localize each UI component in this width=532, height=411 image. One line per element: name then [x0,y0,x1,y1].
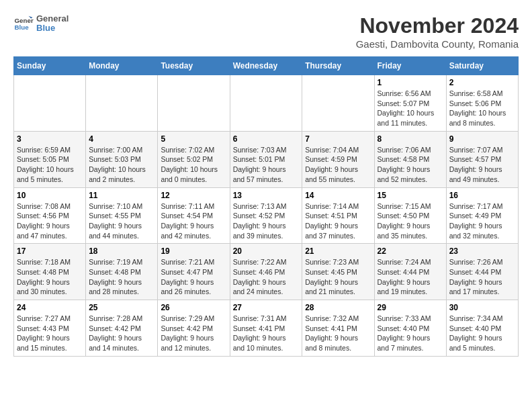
day-info: Sunrise: 7:18 AM Sunset: 4:48 PM Dayligh… [17,257,83,297]
day-number: 16 [449,191,515,200]
day-info: Sunrise: 7:29 AM Sunset: 4:42 PM Dayligh… [161,314,226,353]
day-info: Sunrise: 7:32 AM Sunset: 4:41 PM Dayligh… [305,314,371,353]
day-number: 24 [17,303,83,312]
calendar-cell: 16Sunrise: 7:17 AM Sunset: 4:49 PM Dayli… [446,187,518,244]
day-number: 29 [378,303,443,312]
day-info: Sunrise: 7:11 AM Sunset: 4:54 PM Dayligh… [161,201,226,241]
day-info: Sunrise: 7:23 AM Sunset: 4:45 PM Dayligh… [305,257,371,297]
calendar-cell: 22Sunrise: 7:24 AM Sunset: 4:44 PM Dayli… [374,244,446,300]
calendar-cell [302,75,374,132]
calendar-cell: 8Sunrise: 7:06 AM Sunset: 4:58 PM Daylig… [374,131,446,187]
logo-icon: General Blue [13,13,34,34]
logo-name2: Blue [36,24,69,33]
header-thursday: Thursday [302,57,374,75]
day-info: Sunrise: 7:19 AM Sunset: 4:48 PM Dayligh… [89,257,154,297]
day-info: Sunrise: 6:58 AM Sunset: 5:06 PM Dayligh… [449,89,515,128]
calendar-body: 1Sunrise: 6:56 AM Sunset: 5:07 PM Daylig… [14,75,519,357]
day-number: 26 [161,303,226,312]
day-info: Sunrise: 7:22 AM Sunset: 4:46 PM Dayligh… [233,257,300,297]
calendar-table: SundayMondayTuesdayWednesdayThursdayFrid… [13,56,519,357]
day-info: Sunrise: 6:56 AM Sunset: 5:07 PM Dayligh… [378,89,443,128]
calendar-cell: 7Sunrise: 7:04 AM Sunset: 4:59 PM Daylig… [302,131,374,187]
day-info: Sunrise: 7:24 AM Sunset: 4:44 PM Dayligh… [378,257,443,297]
day-info: Sunrise: 7:07 AM Sunset: 4:57 PM Dayligh… [449,145,515,185]
header-saturday: Saturday [446,57,518,75]
calendar-cell: 21Sunrise: 7:23 AM Sunset: 4:45 PM Dayli… [302,244,374,300]
day-info: Sunrise: 7:13 AM Sunset: 4:52 PM Dayligh… [233,201,300,241]
page-title: November 2024 [356,13,519,38]
calendar-cell: 17Sunrise: 7:18 AM Sunset: 4:48 PM Dayli… [14,244,86,300]
calendar-cell: 1Sunrise: 6:56 AM Sunset: 5:07 PM Daylig… [374,75,446,132]
calendar-cell: 24Sunrise: 7:27 AM Sunset: 4:43 PM Dayli… [14,300,86,357]
calendar-cell: 9Sunrise: 7:07 AM Sunset: 4:57 PM Daylig… [446,131,518,187]
day-info: Sunrise: 7:26 AM Sunset: 4:44 PM Dayligh… [449,257,515,297]
day-info: Sunrise: 7:28 AM Sunset: 4:42 PM Dayligh… [89,314,154,353]
calendar-cell [86,75,158,132]
calendar-cell: 12Sunrise: 7:11 AM Sunset: 4:54 PM Dayli… [158,187,230,244]
week-row-2: 10Sunrise: 7:08 AM Sunset: 4:56 PM Dayli… [14,187,519,244]
calendar-cell [230,75,302,132]
header-friday: Friday [374,57,446,75]
calendar-cell: 29Sunrise: 7:33 AM Sunset: 4:40 PM Dayli… [374,300,446,357]
calendar-cell: 20Sunrise: 7:22 AM Sunset: 4:46 PM Dayli… [230,244,302,300]
day-number: 19 [161,246,226,256]
day-info: Sunrise: 7:17 AM Sunset: 4:49 PM Dayligh… [449,201,515,241]
day-number: 7 [305,134,371,144]
day-number: 6 [233,134,300,144]
day-number: 27 [233,303,300,312]
calendar-header: SundayMondayTuesdayWednesdayThursdayFrid… [14,57,519,75]
day-number: 30 [449,303,515,312]
day-number: 20 [233,246,300,256]
calendar-cell: 10Sunrise: 7:08 AM Sunset: 4:56 PM Dayli… [14,187,86,244]
logo-name1: General [36,14,69,24]
header-sunday: Sunday [14,57,86,75]
day-info: Sunrise: 7:15 AM Sunset: 4:50 PM Dayligh… [378,201,443,241]
day-info: Sunrise: 7:10 AM Sunset: 4:55 PM Dayligh… [89,201,154,241]
calendar-cell: 2Sunrise: 6:58 AM Sunset: 5:06 PM Daylig… [446,75,518,132]
title-area: November 2024 Gaesti, Dambovita County, … [356,13,519,50]
logo-text: General Blue [36,14,69,34]
calendar-cell: 3Sunrise: 6:59 AM Sunset: 5:05 PM Daylig… [14,131,86,187]
day-info: Sunrise: 6:59 AM Sunset: 5:05 PM Dayligh… [17,145,83,185]
day-info: Sunrise: 7:00 AM Sunset: 5:03 PM Dayligh… [89,145,154,185]
day-info: Sunrise: 7:08 AM Sunset: 4:56 PM Dayligh… [17,201,83,241]
page-header: General Blue General Blue November 2024 … [13,13,519,50]
calendar-cell: 27Sunrise: 7:31 AM Sunset: 4:41 PM Dayli… [230,300,302,357]
calendar-cell: 25Sunrise: 7:28 AM Sunset: 4:42 PM Dayli… [86,300,158,357]
day-number: 1 [378,78,443,87]
day-number: 23 [449,246,515,256]
day-info: Sunrise: 7:27 AM Sunset: 4:43 PM Dayligh… [17,314,83,353]
calendar-cell [158,75,230,132]
calendar-cell: 6Sunrise: 7:03 AM Sunset: 5:01 PM Daylig… [230,131,302,187]
day-info: Sunrise: 7:04 AM Sunset: 4:59 PM Dayligh… [305,145,371,185]
day-info: Sunrise: 7:02 AM Sunset: 5:02 PM Dayligh… [161,145,226,185]
header-wednesday: Wednesday [230,57,302,75]
week-row-3: 17Sunrise: 7:18 AM Sunset: 4:48 PM Dayli… [14,244,519,300]
day-info: Sunrise: 7:33 AM Sunset: 4:40 PM Dayligh… [378,314,443,353]
week-row-1: 3Sunrise: 6:59 AM Sunset: 5:05 PM Daylig… [14,131,519,187]
day-number: 12 [161,191,226,200]
calendar-cell: 26Sunrise: 7:29 AM Sunset: 4:42 PM Dayli… [158,300,230,357]
week-row-4: 24Sunrise: 7:27 AM Sunset: 4:43 PM Dayli… [14,300,519,357]
day-number: 11 [89,191,154,200]
logo: General Blue General Blue [13,13,69,34]
day-number: 22 [378,246,443,256]
day-number: 10 [17,191,83,200]
day-number: 2 [449,78,515,87]
svg-text:Blue: Blue [15,24,30,31]
day-number: 14 [305,191,371,200]
day-number: 25 [89,303,154,312]
calendar-cell [14,75,86,132]
day-number: 3 [17,134,83,144]
day-number: 5 [161,134,226,144]
header-monday: Monday [86,57,158,75]
header-tuesday: Tuesday [158,57,230,75]
day-number: 15 [378,191,443,200]
calendar-cell: 19Sunrise: 7:21 AM Sunset: 4:47 PM Dayli… [158,244,230,300]
calendar-cell: 4Sunrise: 7:00 AM Sunset: 5:03 PM Daylig… [86,131,158,187]
day-number: 17 [17,246,83,256]
day-info: Sunrise: 7:21 AM Sunset: 4:47 PM Dayligh… [161,257,226,297]
calendar-cell: 30Sunrise: 7:34 AM Sunset: 4:40 PM Dayli… [446,300,518,357]
day-info: Sunrise: 7:03 AM Sunset: 5:01 PM Dayligh… [233,145,300,185]
week-row-0: 1Sunrise: 6:56 AM Sunset: 5:07 PM Daylig… [14,75,519,132]
